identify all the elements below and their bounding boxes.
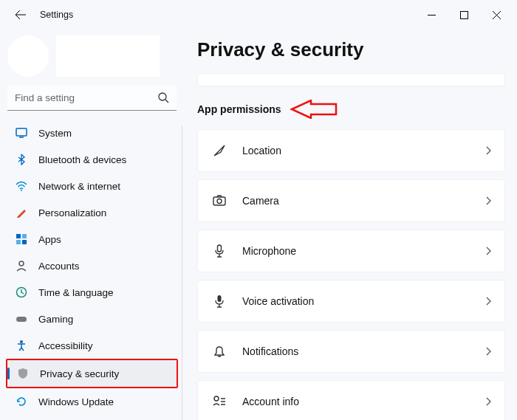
maximize-button[interactable] <box>448 4 480 26</box>
chevron-right-icon <box>484 196 493 205</box>
svg-rect-4 <box>16 234 21 238</box>
sidebar-divider <box>182 125 182 420</box>
sidebar-item-label: Personalization <box>38 207 106 218</box>
permission-label: Voice activation <box>242 295 484 307</box>
back-button[interactable] <box>10 4 31 25</box>
permission-list: Location Camera Microphone Voice activat… <box>197 129 505 420</box>
sidebar-item-network[interactable]: Network & internet <box>6 173 178 199</box>
sidebar-item-label: Privacy & security <box>40 368 119 379</box>
svg-point-8 <box>19 261 24 266</box>
permission-item-microphone[interactable]: Microphone <box>197 230 505 272</box>
shield-icon <box>16 367 30 380</box>
window-title: Settings <box>40 10 73 20</box>
permission-label: Notifications <box>242 345 484 357</box>
permission-label: Location <box>242 145 484 156</box>
annotation-highlight-box: Privacy & security <box>6 359 178 388</box>
permission-item-account-info[interactable]: Account info <box>197 380 505 420</box>
section-header-row: App permissions <box>197 100 505 119</box>
search-box[interactable] <box>7 86 177 111</box>
apps-icon <box>15 233 28 246</box>
svg-point-16 <box>214 396 219 401</box>
camera-icon <box>211 193 227 209</box>
permission-label: Camera <box>242 195 484 207</box>
sidebar-item-label: Accounts <box>38 261 80 272</box>
arrow-left-icon <box>15 9 27 21</box>
svg-rect-7 <box>22 240 27 244</box>
chevron-right-icon <box>484 247 493 255</box>
svg-point-1 <box>159 93 166 100</box>
page-title: Privacy & security <box>197 38 505 61</box>
sidebar-item-personalization[interactable]: Personalization <box>6 199 178 226</box>
svg-rect-5 <box>22 234 27 238</box>
close-icon <box>493 11 501 19</box>
chevron-right-icon <box>484 146 493 155</box>
voice-activation-icon <box>211 293 227 309</box>
svg-rect-2 <box>16 128 27 136</box>
svg-point-11 <box>20 340 23 343</box>
permission-item-notifications[interactable]: Notifications <box>197 330 505 373</box>
sidebar-item-label: Gaming <box>38 314 73 325</box>
svg-point-3 <box>21 190 22 191</box>
wifi-icon <box>15 179 28 193</box>
svg-rect-0 <box>460 11 468 18</box>
sidebar: System Bluetooth & devices Network & int… <box>0 30 182 420</box>
search-icon <box>157 92 169 103</box>
personalization-icon <box>15 206 28 219</box>
close-button[interactable] <box>480 4 513 26</box>
microphone-icon <box>211 243 227 259</box>
account-info-icon <box>211 393 227 410</box>
svg-rect-10 <box>16 317 27 322</box>
section-label: App permissions <box>197 103 281 115</box>
sidebar-item-label: Bluetooth & devices <box>38 154 126 165</box>
svg-rect-14 <box>218 245 222 252</box>
svg-rect-15 <box>218 295 222 302</box>
accounts-icon <box>15 259 28 272</box>
permission-item-location[interactable]: Location <box>197 129 505 172</box>
profile-info <box>56 35 160 77</box>
accessibility-icon <box>15 339 28 352</box>
permission-label: Microphone <box>242 245 484 257</box>
minimize-button[interactable] <box>415 4 448 26</box>
sidebar-item-system[interactable]: System <box>6 120 178 146</box>
sidebar-item-gaming[interactable]: Gaming <box>6 306 178 332</box>
titlebar: Settings <box>0 0 517 30</box>
minimize-icon <box>428 11 436 19</box>
avatar[interactable] <box>7 35 49 77</box>
sidebar-item-label: Time & language <box>38 287 114 298</box>
maximize-icon <box>460 11 468 19</box>
sidebar-item-apps[interactable]: Apps <box>6 226 178 252</box>
permission-item-camera[interactable]: Camera <box>197 179 505 222</box>
sidebar-item-label: Windows Update <box>38 396 114 407</box>
svg-point-13 <box>217 199 222 204</box>
sidebar-item-label: System <box>38 128 72 139</box>
svg-rect-6 <box>16 240 21 244</box>
permission-item-voice-activation[interactable]: Voice activation <box>197 280 505 323</box>
main-panel: Privacy & security App permissions Locat… <box>182 30 517 420</box>
bluetooth-icon <box>15 153 28 166</box>
time-language-icon <box>15 286 28 299</box>
windows-update-icon <box>15 395 28 408</box>
nav-list: System Bluetooth & devices Network & int… <box>6 120 182 415</box>
chevron-right-icon <box>484 297 493 306</box>
gaming-icon <box>15 312 28 326</box>
sidebar-item-privacy-security[interactable]: Privacy & security <box>7 360 177 387</box>
sidebar-item-label: Apps <box>38 234 61 245</box>
location-icon <box>211 142 227 159</box>
content-strip <box>197 73 505 86</box>
permission-label: Account info <box>242 396 484 407</box>
sidebar-item-label: Network & internet <box>38 181 120 192</box>
sidebar-item-label: Accessibility <box>38 340 93 351</box>
annotation-arrow-icon <box>289 100 338 119</box>
system-icon <box>15 126 28 140</box>
sidebar-item-windows-update[interactable]: Windows Update <box>6 388 178 415</box>
search-input[interactable] <box>7 86 177 111</box>
sidebar-item-time-language[interactable]: Time & language <box>6 279 178 306</box>
chevron-right-icon <box>484 397 493 406</box>
profile-block <box>7 35 182 77</box>
chevron-right-icon <box>484 347 493 356</box>
sidebar-item-accounts[interactable]: Accounts <box>6 252 178 279</box>
sidebar-item-bluetooth[interactable]: Bluetooth & devices <box>6 146 178 173</box>
svg-rect-12 <box>213 197 225 205</box>
notifications-icon <box>211 343 227 359</box>
sidebar-item-accessibility[interactable]: Accessibility <box>6 332 178 359</box>
